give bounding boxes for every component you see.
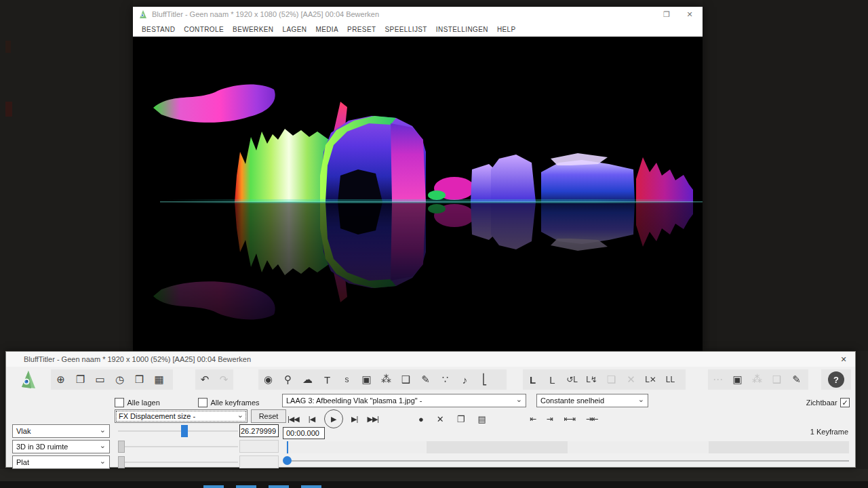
taskbar-app-icon[interactable] — [203, 485, 224, 488]
property-slider-2-handle[interactable] — [118, 441, 125, 453]
delete-layer-button[interactable]: L✕ — [641, 369, 660, 390]
time-slider-track[interactable] — [285, 460, 849, 462]
close-icon[interactable]: ✕ — [681, 8, 698, 20]
add-sketch-layer-button[interactable]: ✎ — [416, 369, 435, 390]
menu-media[interactable]: MEDIA — [315, 26, 338, 33]
property-select-3[interactable]: Plat ⌄ — [12, 455, 110, 469]
copy-button[interactable]: ❐ — [457, 414, 465, 424]
undo-button[interactable]: ↶ — [195, 369, 214, 390]
picture-tool-button[interactable]: ▣ — [728, 369, 747, 390]
tools-more-button[interactable]: ⋯ — [708, 369, 728, 390]
desktop-icon-remnant — [5, 102, 12, 117]
taskbar-app-icon[interactable] — [301, 485, 321, 488]
all-keyframes-checkbox[interactable]: Alle keyframes — [198, 396, 260, 408]
render-canvas[interactable] — [133, 37, 703, 351]
show-duration-button[interactable]: ◷ — [110, 369, 130, 390]
timeline-playhead[interactable] — [287, 441, 288, 453]
menu-instellingen[interactable]: INSTELLINGEN — [436, 26, 488, 33]
property-select-2[interactable]: 3D in 3D ruimte ⌄ — [12, 440, 110, 453]
open-show-button[interactable]: ❐ — [71, 369, 90, 390]
add-plasma-layer-button[interactable]: ☁ — [298, 369, 317, 390]
add-audio-layer-button[interactable]: ♪ — [455, 369, 475, 390]
next-frame-button[interactable]: ▶| — [351, 415, 357, 424]
menu-help[interactable]: HELP — [497, 26, 516, 33]
menu-bestand[interactable]: BESTAND — [142, 26, 175, 33]
control-window-titlebar[interactable]: BluffTitler - Geen naam * 1920 x 1000 (5… — [6, 352, 855, 367]
layer-select[interactable]: LAAG 3: Afbeelding Vlak "plasma 1.jpg" -… — [282, 394, 526, 407]
visible-checkbox[interactable]: Zichtbaar ✓ — [806, 396, 850, 408]
resize-show-button[interactable]: ▭ — [90, 369, 110, 390]
taskbar-app-icon[interactable] — [269, 485, 289, 488]
all-layers-checkbox[interactable]: Alle lagen — [115, 396, 160, 408]
property-slider-1-handle[interactable] — [181, 425, 188, 437]
all-keyframes-checkbox-box[interactable] — [198, 398, 208, 407]
skeleton-tool-button[interactable]: ⁂ — [747, 369, 767, 390]
add-light-layer-button[interactable]: ⚲ — [278, 369, 298, 390]
duplicate-layer-button[interactable]: LL — [660, 369, 680, 390]
model-tool-button[interactable]: ❑ — [767, 369, 787, 390]
menu-preset[interactable]: PRESET — [347, 26, 376, 33]
redo-button[interactable]: ↷ — [214, 369, 233, 390]
attach-child-layer-button[interactable]: L — [542, 369, 562, 390]
clone-layer-button[interactable]: ❏ — [601, 369, 621, 390]
property-slider-3-track[interactable] — [118, 462, 238, 463]
play-button[interactable]: ▶ — [324, 409, 343, 428]
skip-to-start-button[interactable]: |◀◀ — [288, 415, 299, 424]
add-subtitle-layer-button[interactable]: s — [337, 369, 357, 390]
visible-checkbox-box[interactable]: ✓ — [840, 398, 850, 407]
menu-lagen[interactable]: LAGEN — [283, 26, 307, 33]
add-skeleton-layer-button[interactable]: ⁂ — [376, 369, 396, 390]
property-slider-2-track[interactable] — [118, 446, 238, 447]
add-picture-layer-button[interactable]: ▣ — [357, 369, 376, 390]
menu-bewerken[interactable]: BEWERKEN — [233, 26, 273, 33]
layer-effect-button[interactable]: L↯ — [582, 369, 601, 390]
keyframe-to-last-button[interactable]: ⇥ — [547, 414, 552, 424]
keyframe-to-first-button[interactable]: ⇤ — [530, 414, 535, 424]
reorder-layer-button[interactable]: ↺L — [562, 369, 582, 390]
open-media-button[interactable]: ❒ — [130, 369, 149, 390]
desktop-shadow-right — [703, 0, 868, 351]
add-text-layer-button[interactable]: T — [317, 369, 337, 390]
transport-controls: |◀◀ |◀ ▶ ▶| ▶▶| — [288, 409, 388, 428]
property-select-1[interactable]: Vlak ⌄ — [12, 424, 110, 438]
attach-layer-button[interactable]: L — [523, 369, 542, 390]
close-icon[interactable]: ✕ — [836, 353, 851, 365]
reset-button[interactable]: Reset — [251, 409, 286, 423]
taskbar-app-icon[interactable] — [236, 485, 256, 488]
paste-button[interactable]: ▤ — [477, 414, 486, 424]
new-show-button[interactable]: ⊕ — [51, 369, 71, 390]
property-slider-3-handle[interactable] — [118, 456, 125, 468]
help-button[interactable]: ? — [828, 371, 844, 388]
add-particle-layer-button[interactable]: ∵ — [435, 369, 455, 390]
all-layers-checkbox-box[interactable] — [115, 398, 124, 407]
property-slider-1-track[interactable] — [118, 430, 238, 432]
delete-keyframe-button[interactable]: ✕ — [437, 414, 444, 424]
time-slider-thumb[interactable] — [283, 456, 292, 465]
add-model-layer-button[interactable]: ❑ — [396, 369, 416, 390]
record-keyframe-button[interactable]: ● — [418, 414, 424, 424]
render-window-titlebar[interactable]: BluffTitler - Geen naam * 1920 x 1080 (5… — [133, 7, 703, 22]
maximize-icon[interactable]: ❐ — [658, 8, 675, 20]
speed-select[interactable]: Constante snelheid ⌄ — [536, 394, 648, 407]
fx-property-select[interactable]: FX Displacement size - ⌄ — [115, 409, 248, 423]
add-camera-layer-button[interactable]: ◉ — [258, 369, 278, 390]
property-value-3[interactable] — [239, 455, 279, 468]
install-layer-button[interactable]: ⎣ — [475, 369, 494, 390]
keyframes-shrink-button[interactable]: ⇥⇤ — [586, 414, 597, 424]
menu-controle[interactable]: CONTROLE — [184, 26, 224, 33]
timeline-track[interactable] — [285, 441, 849, 453]
previous-frame-button[interactable]: |◀ — [309, 415, 315, 424]
keyframes-stretch-button[interactable]: ⇤⇥ — [564, 414, 574, 424]
skip-to-end-button[interactable]: ▶▶| — [367, 415, 378, 424]
menu-speellijst[interactable]: SPEELLIJST — [385, 26, 427, 33]
property-value-2[interactable] — [239, 440, 279, 453]
merge-layer-button[interactable]: ✕ — [621, 369, 641, 390]
timeline-segment — [427, 441, 568, 453]
chevron-down-icon: ⌄ — [237, 411, 243, 420]
render-window-menubar: BESTAND CONTROLE BEWERKEN LAGEN MEDIA PR… — [133, 22, 703, 37]
export-movie-button[interactable]: ▦ — [149, 369, 169, 390]
all-layers-label: Alle lagen — [127, 399, 159, 407]
property-value-1[interactable]: 26.279999 — [239, 424, 279, 437]
time-input[interactable]: 00:00.000 — [283, 427, 325, 439]
sketch-tool-button[interactable]: ✎ — [787, 369, 806, 390]
